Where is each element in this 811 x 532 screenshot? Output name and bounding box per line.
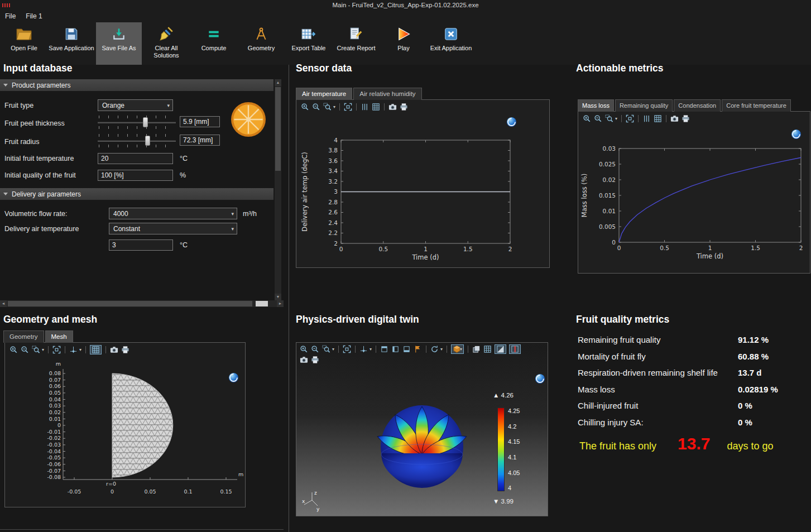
exit-application-button[interactable]: Exit Application [428, 22, 474, 65]
tab-mass-loss[interactable]: Mass loss [578, 99, 614, 112]
view-xy-icon[interactable] [380, 345, 388, 353]
create-report-button[interactable]: Create Report [333, 22, 379, 65]
scroll-up-button[interactable]: ▲ [275, 79, 281, 86]
save-application-button[interactable]: Save Application [49, 22, 94, 65]
geometry-button[interactable]: Geometry [238, 22, 284, 65]
fruit-type-select[interactable]: Orange ▾ [98, 99, 173, 111]
slider-thumb[interactable] [145, 136, 150, 146]
slider-ticks [99, 116, 175, 118]
camera-icon[interactable] [110, 346, 118, 354]
zoom-out-icon[interactable] [21, 346, 29, 354]
svg-text:0.03: 0.03 [603, 145, 616, 152]
svg-text:-0.01: -0.01 [47, 429, 61, 435]
colorbar-min-value: 3.99 [501, 498, 514, 505]
tab-mesh[interactable]: Mesh [45, 330, 73, 343]
fruit-peel-thickness-value[interactable]: 5.9 [mm] [180, 116, 220, 127]
scroll-down-button[interactable]: ▼ [275, 294, 281, 300]
save-file-as-button[interactable]: Save File As [96, 22, 142, 65]
open-file-label: Open File [11, 45, 37, 52]
svg-text:2.2: 2.2 [328, 229, 338, 236]
fruit-quality-table: Remaining fruit quality 91.12 % Mortalit… [578, 332, 811, 430]
delivery-air-temperature-value: Constant [113, 225, 140, 233]
menu-file-1[interactable]: File 1 [21, 10, 47, 22]
fruit-peel-thickness-slider[interactable] [98, 115, 176, 130]
printer-icon[interactable] [121, 346, 129, 354]
delivery-air-temperature-value-input[interactable]: 3 [109, 239, 173, 251]
rotate-view-icon[interactable] [430, 345, 439, 353]
metric-value: 0.02819 % [738, 385, 778, 394]
section-plane-button[interactable] [495, 344, 506, 354]
bookmark-view-icon[interactable] [414, 345, 422, 353]
tab-air-temperature[interactable]: Air temperature [296, 88, 352, 100]
tab-condensation[interactable]: Condensation [674, 99, 721, 112]
camera-icon[interactable] [670, 114, 679, 123]
view-xz-icon[interactable] [402, 345, 411, 353]
chevron-down-icon[interactable]: ▾ [42, 347, 44, 352]
params-vertical-scrollbar[interactable]: ▲ ▼ [275, 79, 281, 300]
play-icon [396, 26, 411, 42]
chevron-down-icon[interactable]: ▾ [333, 104, 335, 109]
initial-quality-input[interactable]: 100 [%] [98, 170, 173, 181]
tab-core-fruit-temperature[interactable]: Core fruit temperature [722, 99, 791, 112]
scene-grid-icon[interactable] [483, 345, 492, 353]
initial-fruit-temperature-input[interactable]: 20 [98, 153, 173, 164]
view-normal-icon[interactable] [69, 346, 78, 354]
tab-remaining-quality[interactable]: Remaining quality [615, 99, 673, 112]
volumetric-flow-rate-select[interactable]: 4000 ▾ [109, 208, 237, 219]
grid-icon[interactable] [654, 114, 662, 123]
zoom-in-icon[interactable] [300, 345, 308, 353]
fruit-3d-view[interactable] [372, 392, 472, 492]
zoom-box-icon[interactable] [322, 345, 330, 353]
scroll-left-button[interactable]: ◄ [0, 300, 7, 307]
zoom-out-icon[interactable] [311, 345, 319, 353]
scrollbar-thumb[interactable] [8, 301, 252, 306]
export-table-button[interactable]: Export Table [286, 22, 332, 65]
layers-icon[interactable] [472, 345, 481, 353]
zoom-out-icon[interactable] [594, 114, 602, 123]
params-horizontal-scrollbar[interactable]: ◄ ► [0, 300, 284, 307]
toolbar-separator [621, 115, 622, 122]
create-report-icon [349, 26, 363, 42]
chevron-down-icon: ▾ [460, 347, 462, 352]
printer-icon[interactable] [311, 356, 319, 364]
scroll-right-button[interactable]: ► [277, 300, 284, 307]
view-yz-icon[interactable] [391, 345, 400, 353]
y-axis-lines-icon[interactable] [642, 114, 651, 123]
zoom-box-icon[interactable] [605, 114, 613, 123]
open-file-button[interactable]: Open File [1, 22, 47, 65]
zoom-extents-icon[interactable] [343, 345, 351, 353]
delivery-air-parameters-header[interactable]: Delivery air parameters [0, 188, 273, 200]
metric-row: Mortality of fruit fly 60.88 % [578, 348, 811, 365]
printer-icon[interactable] [682, 114, 690, 123]
chevron-down-icon[interactable]: ▾ [440, 347, 443, 352]
zoom-in-icon[interactable] [583, 114, 591, 123]
scrollbar-thumb[interactable] [275, 87, 281, 171]
tab-air-relative-humidity[interactable]: Air relative humidity [353, 88, 421, 100]
camera-icon[interactable] [300, 356, 308, 364]
metric-value: 91.12 % [738, 335, 769, 344]
view-normal-icon[interactable] [359, 345, 368, 353]
shelf-life-warning: The fruit has only 13.7 days to go [579, 434, 774, 453]
play-button[interactable]: Play [381, 22, 426, 65]
tab-geometry[interactable]: Geometry [3, 330, 44, 343]
menu-file[interactable]: File [0, 10, 21, 22]
zoom-in-icon[interactable] [9, 346, 18, 354]
slider-thumb[interactable] [143, 117, 148, 127]
default-3d-view-button[interactable]: ▾ [451, 344, 464, 354]
zoom-extents-icon[interactable] [626, 114, 634, 123]
chevron-down-icon[interactable]: ▾ [369, 347, 372, 352]
chevron-down-icon[interactable]: ▾ [79, 347, 81, 352]
fruit-radius-value[interactable]: 72.3 [mm] [180, 135, 220, 146]
mesh-grid-toggle[interactable] [90, 345, 102, 354]
scrollbar-grip[interactable] [256, 301, 268, 306]
zoom-extents-icon[interactable] [52, 346, 61, 354]
compute-button[interactable]: Compute [191, 22, 237, 65]
product-parameters-header[interactable]: Product parameters [0, 79, 273, 91]
fruit-radius-slider[interactable] [98, 133, 176, 148]
chevron-down-icon[interactable]: ▾ [332, 347, 334, 352]
zoom-box-icon[interactable] [32, 346, 40, 354]
delivery-air-temperature-select[interactable]: Constant ▾ [109, 223, 237, 234]
clip-plane-button[interactable] [509, 344, 521, 354]
chevron-down-icon[interactable]: ▾ [615, 116, 617, 121]
clear-all-solutions-button[interactable]: Clear All Solutions [143, 22, 189, 65]
